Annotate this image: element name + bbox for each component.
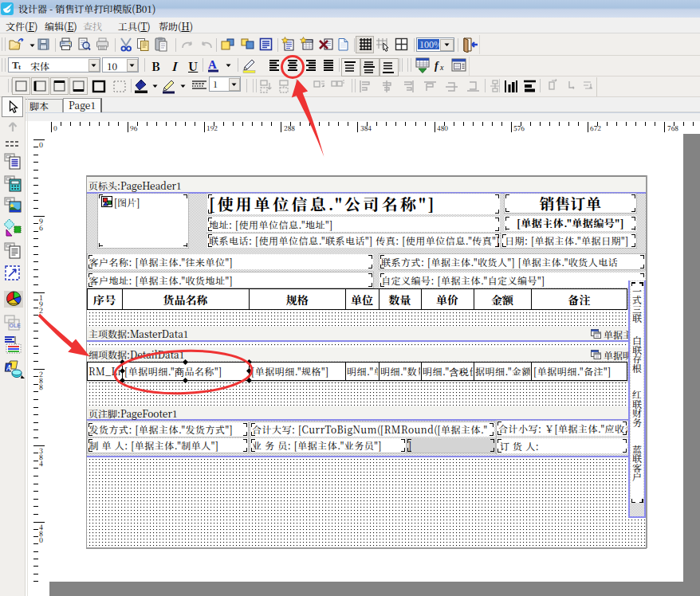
svg-text:A: A: [208, 58, 217, 71]
svg-text:480: 480: [437, 123, 448, 132]
svg-text:t: t: [18, 63, 21, 70]
svg-text:576: 576: [513, 123, 525, 132]
svg-text:672: 672: [590, 123, 601, 132]
svg-text:f: f: [435, 60, 439, 72]
svg-text:288: 288: [284, 123, 295, 132]
svg-text:6: 6: [39, 222, 43, 233]
svg-text:192: 192: [206, 123, 218, 132]
svg-text:0: 0: [53, 123, 57, 132]
svg-text:768: 768: [667, 123, 678, 132]
svg-text:x: x: [439, 63, 444, 72]
svg-text:4: 4: [39, 458, 43, 469]
svg-text:2: 2: [39, 305, 43, 316]
svg-text:384: 384: [360, 123, 372, 132]
svg-text:0: 0: [39, 535, 43, 545]
svg-text:A: A: [6, 363, 12, 372]
svg-text:96: 96: [130, 123, 138, 132]
svg-text:8: 8: [39, 382, 43, 392]
svg-text:OLE: OLE: [10, 323, 22, 328]
svg-text:0: 0: [39, 139, 43, 150]
